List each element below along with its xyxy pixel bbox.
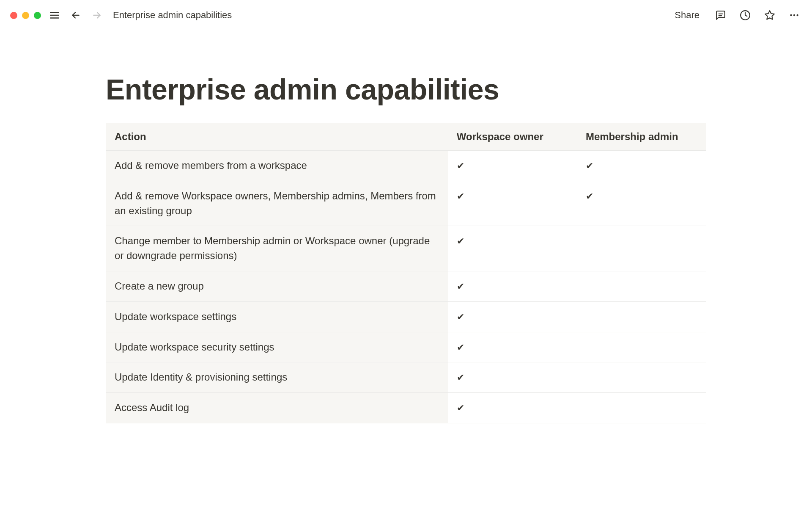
menu-icon[interactable] <box>47 8 62 23</box>
action-cell: Access Audit log <box>106 393 448 423</box>
membership-admin-cell: ✔ <box>577 181 706 226</box>
action-cell: Update workspace security settings <box>106 332 448 362</box>
table-row: Create a new group✔ <box>106 271 706 301</box>
membership-admin-cell: ✔ <box>577 151 706 181</box>
checkmark-icon: ✔ <box>457 160 464 171</box>
table-header-row: Action Workspace owner Membership admin <box>106 123 706 151</box>
action-cell: Create a new group <box>106 271 448 301</box>
back-button[interactable] <box>68 8 83 23</box>
header-membership-admin: Membership admin <box>577 123 706 151</box>
checkmark-icon: ✔ <box>586 160 593 171</box>
workspace-owner-cell: ✔ <box>448 151 577 181</box>
action-cell: Update workspace settings <box>106 301 448 332</box>
close-window-button[interactable] <box>10 12 17 19</box>
workspace-owner-cell: ✔ <box>448 181 577 226</box>
table-row: Update workspace security settings✔ <box>106 332 706 362</box>
action-cell: Update Identity & provisioning settings <box>106 362 448 393</box>
minimize-window-button[interactable] <box>22 12 29 19</box>
svg-point-10 <box>793 14 795 16</box>
action-cell: Change member to Membership admin or Wor… <box>106 226 448 271</box>
membership-admin-cell <box>577 393 706 423</box>
forward-button[interactable] <box>89 8 104 23</box>
breadcrumb[interactable]: Enterprise admin capabilities <box>113 10 232 21</box>
checkmark-icon: ✔ <box>586 191 593 202</box>
checkmark-icon: ✔ <box>457 403 464 413</box>
updates-icon[interactable] <box>738 8 753 23</box>
workspace-owner-cell: ✔ <box>448 301 577 332</box>
workspace-owner-cell: ✔ <box>448 362 577 393</box>
checkmark-icon: ✔ <box>457 236 464 246</box>
maximize-window-button[interactable] <box>34 12 41 19</box>
svg-marker-8 <box>765 11 774 19</box>
membership-admin-cell <box>577 226 706 271</box>
membership-admin-cell <box>577 362 706 393</box>
page-content: Enterprise admin capabilities Action Wor… <box>0 30 812 423</box>
checkmark-icon: ✔ <box>457 281 464 292</box>
favorite-icon[interactable] <box>762 8 777 23</box>
membership-admin-cell <box>577 301 706 332</box>
table-row: Add & remove Workspace owners, Membershi… <box>106 181 706 226</box>
window-controls <box>10 12 41 19</box>
workspace-owner-cell: ✔ <box>448 393 577 423</box>
comments-icon[interactable] <box>713 8 728 23</box>
checkmark-icon: ✔ <box>457 372 464 383</box>
table-row: Add & remove members from a workspace✔✔ <box>106 151 706 181</box>
workspace-owner-cell: ✔ <box>448 332 577 362</box>
table-row: Update Identity & provisioning settings✔ <box>106 362 706 393</box>
checkmark-icon: ✔ <box>457 191 464 202</box>
share-button[interactable]: Share <box>670 7 704 23</box>
membership-admin-cell <box>577 332 706 362</box>
action-cell: Add & remove Workspace owners, Membershi… <box>106 181 448 226</box>
table-row: Access Audit log✔ <box>106 393 706 423</box>
checkmark-icon: ✔ <box>457 342 464 353</box>
more-icon[interactable] <box>787 8 802 23</box>
membership-admin-cell <box>577 271 706 301</box>
table-row: Change member to Membership admin or Wor… <box>106 226 706 271</box>
page-title: Enterprise admin capabilities <box>106 73 706 106</box>
titlebar-actions: Share <box>670 7 802 23</box>
capabilities-table: Action Workspace owner Membership admin … <box>106 123 706 423</box>
action-cell: Add & remove members from a workspace <box>106 151 448 181</box>
header-action: Action <box>106 123 448 151</box>
header-workspace-owner: Workspace owner <box>448 123 577 151</box>
workspace-owner-cell: ✔ <box>448 226 577 271</box>
titlebar: Enterprise admin capabilities Share <box>0 0 812 30</box>
table-row: Update workspace settings✔ <box>106 301 706 332</box>
checkmark-icon: ✔ <box>457 312 464 322</box>
svg-point-11 <box>796 14 798 16</box>
app-window: Enterprise admin capabilities Share <box>0 0 812 508</box>
workspace-owner-cell: ✔ <box>448 271 577 301</box>
svg-point-9 <box>790 14 792 16</box>
